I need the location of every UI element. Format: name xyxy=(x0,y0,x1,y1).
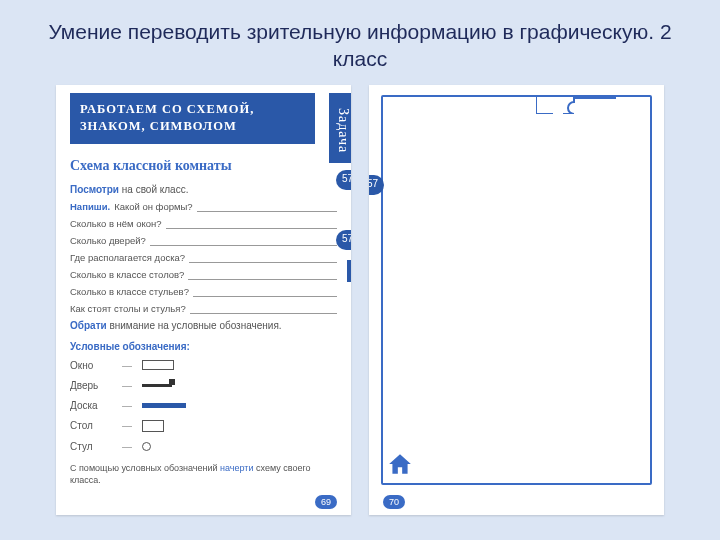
slide-title: Умение переводить зрительную информацию … xyxy=(0,0,720,85)
exercise-subtitle: Схема классной комнаты xyxy=(70,158,337,174)
drawing-frame xyxy=(381,95,652,485)
footer-instruction: С помощью условных обозначений начерти с… xyxy=(70,462,337,487)
symbol-table xyxy=(142,420,164,432)
legend-board: Доска— xyxy=(70,400,337,411)
question-6: Сколько в классе стульев? xyxy=(70,286,337,297)
question-5: Сколько в классе столов? xyxy=(70,269,337,280)
question-1: Напиши. Какой он формы? xyxy=(70,201,337,212)
instruction-1: Посмотри на свой класс. xyxy=(70,184,337,195)
page-number: 70 xyxy=(383,495,405,509)
instruction-3-bold: Обрати xyxy=(70,320,107,331)
pencil-icon xyxy=(347,260,351,282)
house-icon xyxy=(387,451,413,477)
blank-line xyxy=(166,219,337,229)
banner-line-1: РАБОТАЕМ СО СХЕМОЙ, xyxy=(80,101,305,119)
symbol-board xyxy=(142,403,186,408)
legend-chair: Стул— xyxy=(70,441,337,452)
question-2: Сколько в нём окон? xyxy=(70,218,337,229)
side-marker-2: 57 xyxy=(336,230,351,250)
blank-line xyxy=(193,287,337,297)
workbook-page-right: 57 70 xyxy=(369,85,664,515)
pages-container: РАБОТАЕМ СО СХЕМОЙ, ЗНАКОМ, СИМВОЛОМ Зад… xyxy=(0,85,720,515)
instruction-2-bold: Напиши. xyxy=(70,201,110,212)
question-3: Сколько дверей? xyxy=(70,235,337,246)
side-marker-1: 57 xyxy=(336,170,351,190)
puzzle-edge-icon xyxy=(536,96,616,114)
symbol-window xyxy=(142,360,174,370)
vertical-tab: Задача xyxy=(329,93,351,163)
legend-table: Стол— xyxy=(70,420,337,432)
question-4: Где располагается доска? xyxy=(70,252,337,263)
legend-door: Дверь— xyxy=(70,380,337,391)
question-7: Как стоят столы и стулья? xyxy=(70,303,337,314)
symbol-door xyxy=(142,384,172,387)
instruction-1-bold: Посмотри xyxy=(70,184,119,195)
blank-line xyxy=(188,270,337,280)
blank-line xyxy=(189,253,337,263)
section-banner: РАБОТАЕМ СО СХЕМОЙ, ЗНАКОМ, СИМВОЛОМ xyxy=(70,93,315,144)
workbook-page-left: РАБОТАЕМ СО СХЕМОЙ, ЗНАКОМ, СИМВОЛОМ Зад… xyxy=(56,85,351,515)
symbol-chair xyxy=(142,442,151,451)
instruction-3: Обрати внимание на условные обозначения. xyxy=(70,320,337,331)
banner-line-2: ЗНАКОМ, СИМВОЛОМ xyxy=(80,118,305,136)
legend-title: Условные обозначения: xyxy=(70,341,337,352)
page-number: 69 xyxy=(315,495,337,509)
blank-line xyxy=(150,236,337,246)
legend-window: Окно— xyxy=(70,360,337,371)
blank-line xyxy=(197,202,337,212)
blank-line xyxy=(190,304,337,314)
